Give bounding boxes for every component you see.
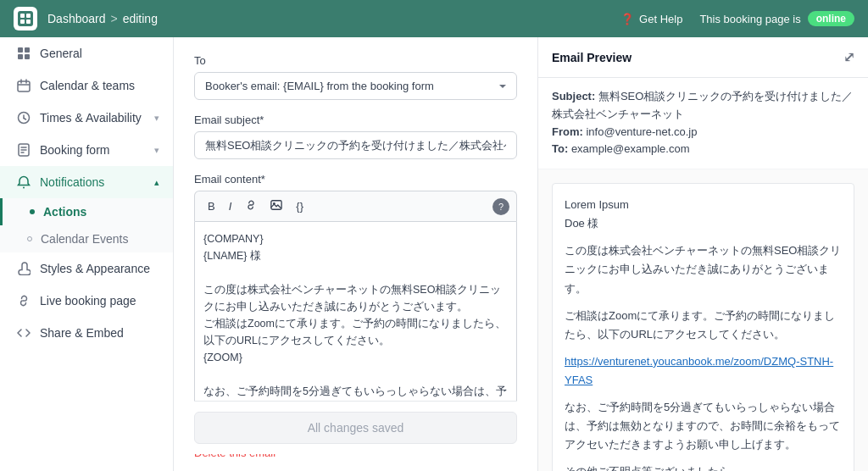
svg-rect-1 bbox=[20, 14, 25, 18]
sidebar-item-booking-form[interactable]: Booking form ▾ bbox=[0, 134, 173, 166]
sidebar-item-live-booking[interactable]: Live booking page bbox=[0, 285, 173, 317]
main-content: To Booker's email: {EMAIL} from the book… bbox=[174, 37, 537, 471]
preview-para4: その他ご不明点等ございましたら bbox=[565, 463, 842, 471]
dashboard-link[interactable]: Dashboard bbox=[47, 12, 106, 25]
preview-para2: ご相談はZoomにて承ります。ご予約の時間になりましたら、以下のURLにアクセス… bbox=[565, 307, 842, 344]
preview-from-value: info@venture-net.co.jp bbox=[586, 125, 697, 138]
chevron-down-icon: ▾ bbox=[154, 113, 159, 124]
sidebar-item-label: Live booking page bbox=[40, 294, 136, 308]
expand-button[interactable]: ⤢ bbox=[843, 49, 854, 65]
sidebar-sub-item-label: Actions bbox=[43, 205, 86, 219]
email-content-editor[interactable]: {COMPANY} {LNAME} 様 この度は株式会社ベンチャーネットの無料S… bbox=[194, 221, 517, 426]
svg-rect-3 bbox=[20, 19, 25, 24]
svg-rect-2 bbox=[26, 14, 31, 18]
svg-rect-5 bbox=[18, 47, 23, 53]
preview-title: Email Preview bbox=[552, 51, 632, 64]
subject-label: Subject: bbox=[552, 90, 595, 103]
topnav-right: ❓ Get Help This booking page is online bbox=[620, 11, 854, 26]
sidebar-sub-item-label: Calendar Events bbox=[41, 232, 129, 246]
to-label: To bbox=[194, 54, 517, 67]
embed-icon bbox=[16, 325, 31, 341]
subject-label: Email subject* bbox=[194, 114, 517, 126]
booking-status: This booking page is online bbox=[699, 11, 854, 26]
link-icon bbox=[16, 293, 31, 308]
image-button[interactable] bbox=[264, 197, 288, 216]
chevron-down-icon: ▾ bbox=[154, 145, 159, 156]
form-icon bbox=[16, 142, 31, 158]
sidebar-item-calendar-teams[interactable]: Calendar & teams bbox=[0, 69, 173, 102]
help-icon[interactable]: ? bbox=[492, 198, 509, 215]
sidebar-item-label: Share & Embed bbox=[40, 326, 124, 340]
clock-icon bbox=[16, 110, 31, 125]
preview-meta: Subject: 無料SEO相談クリニックの予約を受け付けました／株式会社ベンチ… bbox=[538, 78, 868, 169]
help-button[interactable]: ❓ Get Help bbox=[620, 13, 682, 25]
preview-url: https://venturenet.youcanbook.me/zoom/DZ… bbox=[565, 352, 842, 390]
content-label: Email content* bbox=[194, 173, 517, 186]
sidebar: General Calendar & teams Times & Availab… bbox=[0, 37, 174, 471]
notifications-sub-menu: Actions Calendar Events bbox=[0, 198, 173, 252]
sidebar-item-label: Booking form bbox=[40, 143, 109, 157]
booking-status-label: This booking page is bbox=[699, 13, 800, 25]
inactive-dot bbox=[27, 236, 32, 241]
sidebar-item-styles[interactable]: Styles & Appearance bbox=[0, 252, 173, 285]
svg-rect-8 bbox=[25, 54, 30, 59]
preview-body: Lorem Ipsum Doe 様 この度は株式会社ベンチャーネットの無料SEO… bbox=[538, 169, 868, 471]
sidebar-item-label: Times & Availability bbox=[40, 111, 142, 125]
paint-icon bbox=[16, 261, 31, 276]
general-icon bbox=[16, 46, 31, 61]
sidebar-item-label: Styles & Appearance bbox=[40, 262, 150, 275]
sidebar-sub-item-calendar-events[interactable]: Calendar Events bbox=[0, 225, 173, 252]
preview-to-value: example@example.com bbox=[571, 142, 690, 155]
preview-from-line: From: info@venture-net.co.jp bbox=[552, 124, 854, 141]
svg-rect-9 bbox=[18, 81, 30, 91]
svg-rect-0 bbox=[18, 11, 33, 26]
to-label: To: bbox=[552, 142, 568, 155]
current-page: editing bbox=[123, 12, 158, 25]
help-icon: ❓ bbox=[620, 13, 634, 25]
sidebar-item-share-embed[interactable]: Share & Embed bbox=[0, 317, 173, 349]
main-layout: General Calendar & teams Times & Availab… bbox=[0, 37, 868, 471]
subject-input[interactable] bbox=[194, 131, 517, 159]
svg-line-15 bbox=[24, 119, 26, 120]
sidebar-item-general[interactable]: General bbox=[0, 37, 173, 69]
from-label: From: bbox=[552, 125, 583, 138]
code-button[interactable]: {} bbox=[290, 197, 309, 215]
calendar-icon bbox=[16, 78, 31, 93]
preview-header: Email Preview ⤢ bbox=[538, 37, 868, 78]
preview-greeting: Lorem Ipsum Doe 様 bbox=[565, 196, 842, 233]
bold-button[interactable]: B bbox=[202, 197, 221, 215]
svg-rect-7 bbox=[18, 54, 23, 59]
svg-rect-6 bbox=[25, 47, 30, 53]
sidebar-item-label: Calendar & teams bbox=[40, 79, 135, 92]
sidebar-item-notifications[interactable]: Notifications ▴ bbox=[0, 166, 173, 198]
sidebar-item-times[interactable]: Times & Availability ▾ bbox=[0, 102, 173, 134]
save-bar: All changes saved bbox=[194, 401, 517, 454]
preview-subject-line: Subject: 無料SEO相談クリニックの予約を受け付けました／株式会社ベンチ… bbox=[552, 88, 854, 124]
sidebar-sub-item-actions[interactable]: Actions bbox=[0, 198, 173, 225]
app-logo[interactable] bbox=[14, 7, 37, 30]
editor-toolbar: B I {} ? bbox=[194, 191, 517, 221]
to-field-section: To Booker's email: {EMAIL} from the book… bbox=[194, 54, 517, 100]
booking-status-toggle[interactable]: online bbox=[808, 11, 854, 26]
active-dot bbox=[30, 209, 35, 214]
email-preview-panel: Email Preview ⤢ Subject: 無料SEO相談クリニックの予約… bbox=[537, 37, 868, 471]
italic-button[interactable]: I bbox=[223, 197, 238, 215]
preview-subject-value: 無料SEO相談クリニックの予約を受け付けました／株式会社ベンチャーネット bbox=[552, 90, 853, 120]
to-select[interactable]: Booker's email: {EMAIL} from the booking… bbox=[194, 72, 517, 100]
subject-field-section: Email subject* bbox=[194, 114, 517, 159]
link-button[interactable] bbox=[239, 197, 263, 216]
sidebar-item-label: General bbox=[40, 47, 82, 60]
preview-para3: なお、ご予約時間を5分過ぎてもいらっしゃらない場合は、予約は無効となりますので、… bbox=[565, 398, 842, 454]
content-field-section: Email content* B I {} ? {COMPANY} {LNAME… bbox=[194, 173, 517, 426]
svg-rect-4 bbox=[26, 19, 31, 24]
sidebar-item-label: Notifications bbox=[40, 175, 104, 189]
topnav: Dashboard > editing ❓ Get Help This book… bbox=[0, 0, 868, 37]
preview-card: Lorem Ipsum Doe 様 この度は株式会社ベンチャーネットの無料SEO… bbox=[552, 183, 854, 471]
chevron-up-icon: ▴ bbox=[154, 177, 159, 188]
preview-to-line: To: example@example.com bbox=[552, 141, 854, 158]
help-label: Get Help bbox=[639, 13, 682, 25]
preview-para1: この度は株式会社ベンチャーネットの無料SEO相談クリニックにお申し込みいただき誠… bbox=[565, 241, 842, 297]
save-button: All changes saved bbox=[194, 412, 517, 444]
breadcrumb: Dashboard > editing bbox=[47, 12, 158, 25]
breadcrumb-sep: > bbox=[111, 12, 118, 25]
